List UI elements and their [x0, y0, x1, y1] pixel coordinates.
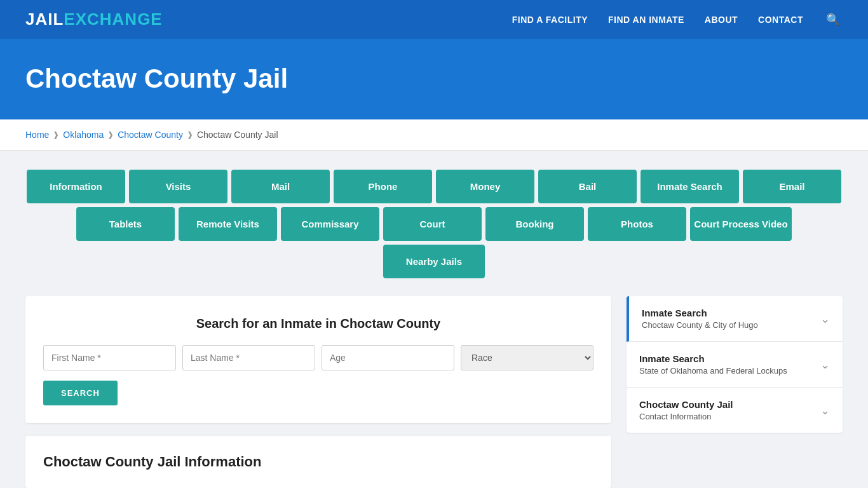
search-title: Search for an Inmate in Choctaw County: [43, 316, 593, 331]
last-name-input[interactable]: [182, 345, 315, 370]
sidebar-item-0-title: Inmate Search: [642, 308, 758, 318]
btn-court[interactable]: Court: [383, 207, 482, 241]
breadcrumb-oklahoma[interactable]: Oklahoma: [63, 130, 104, 140]
btn-phone[interactable]: Phone: [334, 170, 432, 203]
chevron-down-icon-2: ⌄: [820, 403, 830, 417]
btn-tablets[interactable]: Tablets: [76, 207, 175, 241]
chevron-down-icon-0: ⌄: [820, 312, 830, 326]
search-panel: Search for an Inmate in Choctaw County R…: [25, 296, 611, 423]
info-title: Choctaw County Jail Information: [43, 454, 593, 470]
btn-commissary[interactable]: Commissary: [281, 207, 379, 241]
nav-button-grid: Information Visits Mail Phone Money Bail…: [25, 170, 843, 278]
breadcrumb-current: Choctaw County Jail: [197, 130, 278, 140]
sidebar-item-0-subtitle: Choctaw County & City of Hugo: [642, 320, 758, 330]
btn-nearby-jails[interactable]: Nearby Jails: [383, 245, 485, 278]
main-nav: FIND A FACILITY FIND AN INMATE ABOUT CON…: [512, 10, 843, 29]
nav-contact[interactable]: CONTACT: [758, 15, 803, 25]
sidebar-item-1-subtitle: State of Oklahoma and Federal Lockups: [639, 366, 787, 376]
nav-find-inmate[interactable]: FIND AN INMATE: [608, 15, 684, 25]
sidebar-item-1-title: Inmate Search: [639, 353, 787, 364]
search-icon-button[interactable]: 🔍: [824, 10, 843, 29]
main-content: Information Visits Mail Phone Money Bail…: [0, 151, 868, 488]
btn-visits[interactable]: Visits: [129, 170, 227, 203]
breadcrumb-sep-1: ❱: [53, 130, 59, 139]
btn-court-process-video[interactable]: Court Process Video: [690, 207, 792, 241]
sidebar: Inmate Search Choctaw County & City of H…: [627, 296, 843, 433]
info-section: Choctaw County Jail Information: [25, 436, 611, 488]
two-col-layout: Search for an Inmate in Choctaw County R…: [25, 296, 843, 488]
btn-mail[interactable]: Mail: [231, 170, 330, 203]
breadcrumb-sep-3: ❱: [187, 130, 193, 139]
search-button[interactable]: SEARCH: [43, 381, 118, 405]
sidebar-item-2[interactable]: Choctaw County Jail Contact Information …: [627, 388, 843, 433]
page-title: Choctaw County Jail: [25, 64, 843, 94]
btn-booking[interactable]: Booking: [485, 207, 584, 241]
btn-remote-visits[interactable]: Remote Visits: [179, 207, 277, 241]
breadcrumb: Home ❱ Oklahoma ❱ Choctaw County ❱ Choct…: [25, 130, 843, 140]
breadcrumb-bar: Home ❱ Oklahoma ❱ Choctaw County ❱ Choct…: [0, 119, 868, 151]
site-logo[interactable]: JAILEXCHANGE: [25, 10, 163, 29]
race-select[interactable]: Race White Black Hispanic Asian Other: [461, 345, 593, 370]
logo-jail: JAIL: [25, 10, 64, 29]
nav-about[interactable]: ABOUT: [705, 15, 738, 25]
logo-exchange: EXCHANGE: [64, 10, 162, 29]
search-fields: Race White Black Hispanic Asian Other: [43, 345, 593, 370]
hero-banner: Choctaw County Jail: [0, 41, 868, 119]
sidebar-item-2-title: Choctaw County Jail: [639, 399, 733, 410]
sidebar-item-1[interactable]: Inmate Search State of Oklahoma and Fede…: [627, 342, 843, 388]
sidebar-item-2-subtitle: Contact Information: [639, 412, 733, 421]
first-name-input[interactable]: [43, 345, 176, 370]
btn-money[interactable]: Money: [436, 170, 534, 203]
btn-bail[interactable]: Bail: [538, 170, 637, 203]
chevron-down-icon-1: ⌄: [820, 358, 830, 372]
nav-find-facility[interactable]: FIND A FACILITY: [512, 15, 588, 25]
btn-email[interactable]: Email: [743, 170, 841, 203]
sidebar-card: Inmate Search Choctaw County & City of H…: [627, 296, 843, 433]
btn-photos[interactable]: Photos: [588, 207, 686, 241]
breadcrumb-county[interactable]: Choctaw County: [118, 130, 183, 140]
site-header: JAILEXCHANGE FIND A FACILITY FIND AN INM…: [0, 0, 868, 41]
sidebar-item-0[interactable]: Inmate Search Choctaw County & City of H…: [627, 296, 843, 342]
age-input[interactable]: [322, 345, 454, 370]
btn-information[interactable]: Information: [27, 170, 125, 203]
breadcrumb-sep-2: ❱: [107, 130, 114, 139]
breadcrumb-home[interactable]: Home: [25, 130, 49, 140]
btn-inmate-search[interactable]: Inmate Search: [641, 170, 739, 203]
